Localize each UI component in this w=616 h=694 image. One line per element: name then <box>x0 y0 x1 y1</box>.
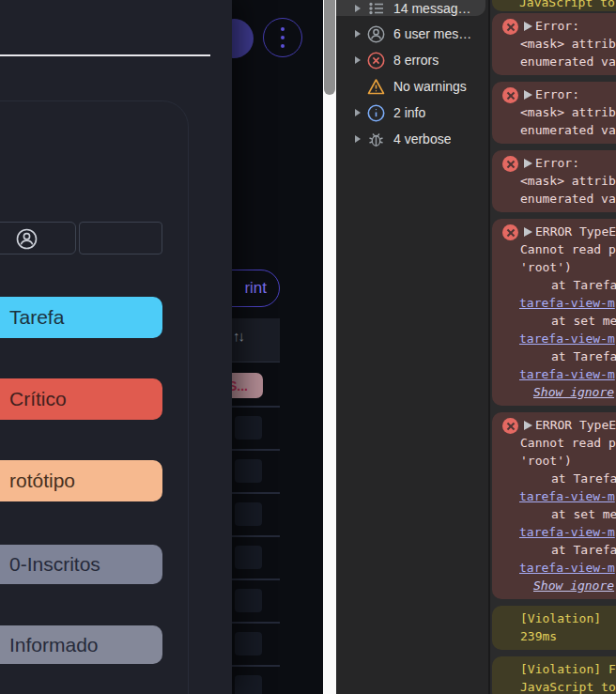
error-icon <box>502 418 518 434</box>
show-ignored-frames-link[interactable]: Show ignore <box>492 577 616 594</box>
text-input[interactable] <box>79 222 162 254</box>
person-icon <box>16 228 38 250</box>
chevron-right-icon[interactable] <box>355 56 361 64</box>
sidebar-item-info[interactable]: 2 info <box>336 100 488 126</box>
table-cell <box>235 632 262 655</box>
table-row-divider <box>232 578 280 580</box>
modal-divider <box>0 54 210 56</box>
console-typeerror-message[interactable]: ERROR TypeE Cannot read p 'root') at Tar… <box>492 412 616 599</box>
left-modal-panel: Tarefa Crítico rotótipo 0-Inscritos Info… <box>0 0 232 694</box>
table-row-divider <box>232 622 280 624</box>
sidebar-item-label: 2 info <box>393 105 425 120</box>
chip-critico[interactable]: Crítico <box>0 378 162 420</box>
kebab-dot <box>281 27 285 31</box>
bug-icon <box>367 131 385 148</box>
console-sidebar: 14 messag… 6 user mes… <box>336 0 488 694</box>
assignee-icon-field[interactable] <box>0 222 76 254</box>
expand-arrow-icon[interactable] <box>524 159 532 168</box>
console-error-message[interactable]: Error: <mask> attrib enumerated va <box>492 82 616 144</box>
console-violation-message[interactable]: [Violation] F JavaScript to <box>492 656 616 694</box>
kebab-menu-button[interactable] <box>263 18 302 57</box>
kebab-dot <box>281 44 285 48</box>
devtools-console-panel: 14 messag… 6 user mes… <box>336 0 616 694</box>
sort-arrows-icon[interactable]: ↑↓ <box>233 328 243 344</box>
error-icon <box>502 224 518 240</box>
table-cell <box>235 416 262 440</box>
sidebar-item-label: No warnings <box>393 79 467 94</box>
show-ignored-frames-link[interactable]: Show ignore <box>492 383 616 401</box>
error-icon <box>502 156 518 172</box>
error-icon <box>367 52 385 69</box>
table-row-divider <box>232 406 280 408</box>
source-link[interactable]: tarefa-view-m <box>492 330 616 347</box>
sidebar-item-label: 8 errors <box>393 53 439 68</box>
chevron-placeholder <box>355 83 361 90</box>
console-error-message[interactable]: Error: <mask> attrib enumerated va <box>492 150 616 212</box>
chip-tarefa[interactable]: Tarefa <box>0 297 162 338</box>
warning-icon <box>367 78 385 96</box>
chip-informado[interactable]: Informado <box>0 625 162 664</box>
error-icon <box>502 87 518 103</box>
expand-arrow-icon[interactable] <box>524 421 532 430</box>
source-link[interactable]: tarefa-view-m <box>492 365 616 383</box>
screen: rint ↑↓ S... <box>0 0 616 694</box>
table-cell <box>235 459 262 483</box>
table-cell <box>235 502 262 526</box>
chip-inscritos[interactable]: 0-Inscritos <box>0 545 162 584</box>
info-icon <box>367 104 385 122</box>
sidebar-item-label: 4 verbose <box>393 131 451 147</box>
console-messages-pane: JavaScript to Error: <mask> attrib enume… <box>488 0 616 694</box>
expand-arrow-icon[interactable] <box>524 22 532 31</box>
chevron-right-icon[interactable] <box>355 109 361 116</box>
source-link[interactable]: tarefa-view-m <box>492 523 616 541</box>
table-cell <box>235 675 262 694</box>
source-link[interactable]: tarefa-view-m <box>492 487 616 505</box>
sidebar-item-verbose[interactable]: 4 verbose <box>336 126 488 152</box>
console-violation-clipped[interactable]: JavaScript to <box>492 0 616 11</box>
chevron-right-icon[interactable] <box>355 30 361 38</box>
expand-arrow-icon[interactable] <box>524 227 532 237</box>
app-page-background: rint ↑↓ S... <box>232 0 323 694</box>
console-typeerror-message[interactable]: ERROR TypeE Cannot read p 'root') at Tar… <box>492 219 616 406</box>
chevron-right-icon[interactable] <box>355 5 361 12</box>
sidebar-item-label: 6 user mes… <box>393 26 471 41</box>
table-row-divider <box>232 665 280 667</box>
expand-arrow-icon[interactable] <box>524 90 532 100</box>
sidebar-item-warnings[interactable]: No warnings <box>336 73 488 100</box>
source-link[interactable]: tarefa-view-m <box>492 294 616 312</box>
kebab-dot <box>281 36 285 39</box>
scrollbar-thumb[interactable] <box>324 0 335 95</box>
list-icon <box>367 0 385 17</box>
table-row-divider <box>232 535 280 537</box>
chip-prototipo[interactable]: rotótipo <box>0 460 162 501</box>
source-link[interactable]: tarefa-view-m <box>492 559 616 577</box>
sidebar-item-errors[interactable]: 8 errors <box>336 47 488 73</box>
error-icon <box>502 19 518 35</box>
table-row-divider <box>232 492 280 494</box>
console-error-message[interactable]: Error: <mask> attrib enumerated va <box>492 13 616 75</box>
sidebar-item-label: 14 messag… <box>393 1 470 16</box>
page-scrollbar[interactable] <box>323 0 336 694</box>
table-header: ↑↓ <box>232 318 280 362</box>
sidebar-item-user-messages[interactable]: 6 user mes… <box>336 21 488 47</box>
console-violation-message[interactable]: [Violation] 239ms <box>492 606 616 650</box>
chevron-right-icon[interactable] <box>355 135 361 143</box>
user-icon <box>367 25 385 43</box>
sidebar-item-all-messages[interactable]: 14 messag… <box>336 0 485 16</box>
table-cell <box>235 546 262 569</box>
table-row-divider <box>232 449 280 451</box>
table-cell <box>235 589 262 612</box>
